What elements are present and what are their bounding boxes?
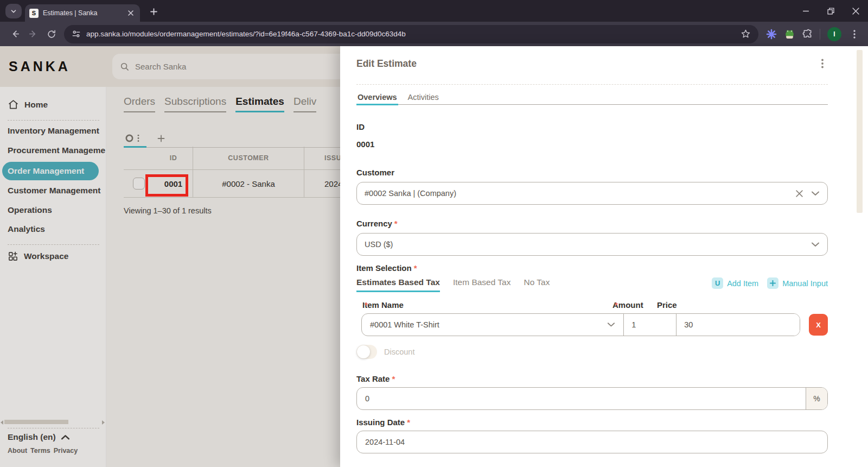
tab-estimates-based-tax[interactable]: Estimates Based Tax [356,277,440,292]
plus-icon [150,8,158,16]
site-info-icon[interactable] [72,29,81,39]
url-text[interactable]: app.sanka.io/modules/ordermanagement/est… [86,30,735,38]
drawer-scrollbar-thumb[interactable] [857,50,863,213]
tab-item-based-tax[interactable]: Item Based Tax [453,277,511,292]
chevron-down-icon[interactable] [811,191,820,197]
discount-toggle[interactable] [356,345,377,359]
minimize-icon [802,8,809,15]
tax-mode-tabs: Estimates Based Tax Item Based Tax No Ta… [356,277,828,292]
shopping-bag-icon: U [712,277,723,289]
discount-row: Discount [356,345,828,359]
chevron-down-icon [10,8,17,15]
id-value: 0001 [356,140,828,149]
restore-icon [827,8,834,15]
price-input[interactable] [676,314,800,336]
minimize-button[interactable] [793,0,818,22]
tab-no-tax[interactable]: No Tax [524,277,550,292]
edit-estimate-drawer: Edit Estimate Overviews Activities ID 00… [340,46,868,467]
reload-icon [47,29,56,39]
item-name-value: #0001 White T-Shirt [370,320,607,329]
new-tab-button[interactable] [148,5,159,17]
percent-suffix: % [806,388,827,409]
item-name-select[interactable]: #0001 White T-Shirt [362,314,623,336]
currency-select[interactable]: USD ($) [356,233,828,256]
reload-button[interactable] [42,25,61,43]
tab-title: Estimates | Sanka [43,9,126,17]
extension-area: I [766,26,860,42]
drawer-title: Edit Estimate [356,58,417,70]
id-label: ID [356,122,828,131]
restore-button[interactable] [818,0,843,22]
browser-window: S Estimates | Sanka [0,0,868,467]
back-icon [10,29,20,39]
toggle-knob [357,345,370,358]
issuing-date-input[interactable] [357,431,827,453]
page-behind-drawer: SANKA Home Inventory Management Procurem… [0,46,340,467]
forward-button[interactable] [24,25,42,43]
tab-overviews[interactable]: Overviews [356,93,398,104]
drawer-tabs: Overviews Activities [356,93,828,105]
tax-rate-field: % [356,387,828,410]
bookmark-star-icon[interactable] [741,29,751,39]
toolbar-divider [820,29,820,40]
tax-rate-label: Tax Rate* [356,374,828,383]
item-selection-label: Item Selection* [356,263,828,273]
clear-icon[interactable] [795,190,803,198]
currency-label: Currency* [356,219,828,228]
profile-avatar[interactable]: I [827,27,841,41]
extension-starburst-icon[interactable] [766,29,777,40]
close-window-button[interactable] [843,0,868,22]
kebab-menu-icon [853,30,856,39]
tab-activities[interactable]: Activities [407,93,440,104]
back-button[interactable] [5,25,24,43]
customer-label: Customer [356,168,828,177]
extension-frog-icon[interactable] [784,28,795,40]
url-bar[interactable]: app.sanka.io/modules/ordermanagement/est… [64,25,758,43]
customer-value: #0002 Sanka | (Company) [365,189,795,198]
forward-icon [28,29,39,39]
browser-menu-button[interactable] [848,26,860,42]
currency-value: USD ($) [365,240,811,249]
tab-close-button[interactable] [126,8,136,18]
issuing-date-label: Issuing Date* [356,418,828,427]
item-row: #0001 White T-Shirt X [361,313,828,336]
sanka-favicon: S [29,9,39,18]
price-label: Price [657,300,677,310]
discount-label: Discount [384,348,414,356]
window-controls [793,0,868,22]
drawer-backdrop[interactable] [0,46,340,467]
customer-select[interactable]: #0002 Sanka | (Company) [356,182,828,205]
close-icon [127,10,134,16]
tab-search-button[interactable] [5,4,22,18]
drawer-menu-button[interactable] [817,57,828,70]
browser-tabstrip: S Estimates | Sanka [0,0,868,22]
chevron-down-icon[interactable] [607,322,615,327]
browser-toolbar: app.sanka.io/modules/ordermanagement/est… [0,22,868,46]
remove-item-button[interactable]: X [809,314,828,336]
app-content: SANKA Home Inventory Management Procurem… [0,46,868,467]
annotation-highlight-box [145,174,188,197]
issuing-date-field [356,431,828,453]
chevron-down-icon[interactable] [811,242,820,248]
browser-tab[interactable]: S Estimates | Sanka [25,4,140,22]
tax-rate-input[interactable] [357,388,806,409]
amount-input[interactable] [624,314,676,336]
extensions-puzzle-icon[interactable] [802,29,813,39]
plus-icon [767,277,778,289]
drawer-divider [356,84,828,85]
manual-input-button[interactable]: Manual Input [767,277,828,289]
kebab-menu-icon [821,59,824,68]
add-item-label: Add Item [727,279,758,288]
item-field-labels: Item Name* Amount* Price [361,300,828,310]
close-icon [852,8,859,15]
add-item-button[interactable]: U Add Item [712,277,758,289]
manual-input-label: Manual Input [782,279,828,288]
